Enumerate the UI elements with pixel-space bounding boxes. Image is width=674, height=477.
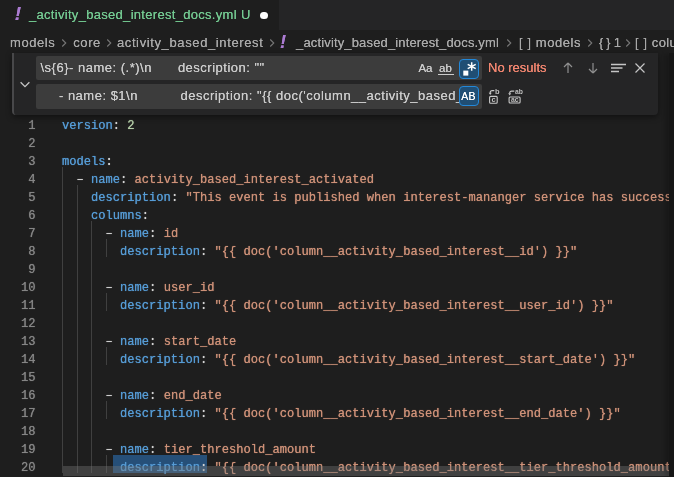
svg-text:ab: ab (514, 88, 522, 95)
svg-text:ac: ac (511, 96, 519, 103)
svg-text:c: c (492, 95, 496, 104)
